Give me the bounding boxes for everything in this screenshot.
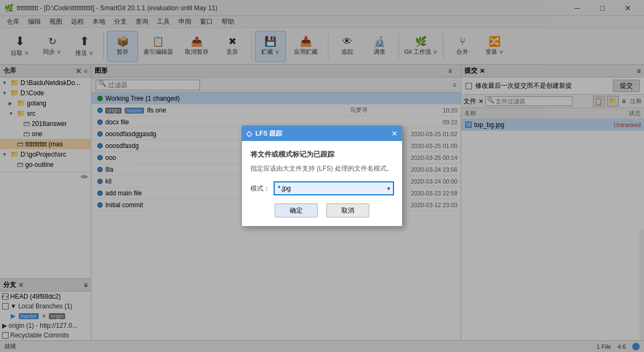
modal-close-button[interactable]: ✕ [391,129,398,138]
modal-overlay: ◇ LFS 跟踪 ✕ 将文件或模式标记为已跟踪 指定应该由大文件支持 (LFS)… [0,0,644,352]
modal-buttons: 确定 取消 [251,203,393,217]
modal-input-wrap: ▼ [274,182,393,195]
modal-title: LFS 跟踪 [255,129,282,138]
modal-field-label: 模式： [251,184,270,193]
modal-heading: 将文件或模式标记为已跟踪 [251,150,393,159]
modal-pattern-input[interactable] [274,182,393,195]
modal-confirm-button[interactable]: 确定 [275,203,318,217]
modal-titlebar: ◇ LFS 跟踪 ✕ [242,126,402,141]
modal-icon: ◇ [246,129,252,138]
modal-cancel-button[interactable]: 取消 [326,203,369,217]
modal-description: 指定应该由大文件支持 (LFS) 处理的文件名模式。 [251,164,393,173]
modal-body: 将文件或模式标记为已跟踪 指定应该由大文件支持 (LFS) 处理的文件名模式。 … [242,141,402,226]
modal-field: 模式： ▼ [251,182,393,195]
lfs-modal: ◇ LFS 跟踪 ✕ 将文件或模式标记为已跟踪 指定应该由大文件支持 (LFS)… [241,125,403,227]
